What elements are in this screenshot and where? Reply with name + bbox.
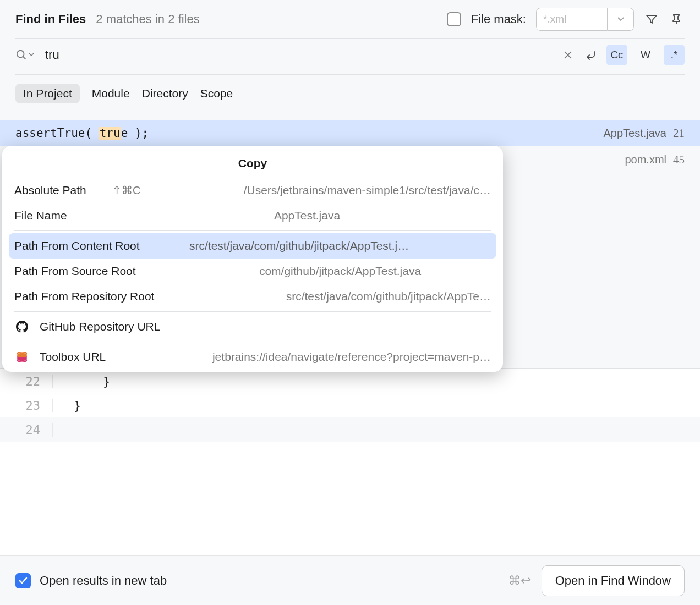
search-icon-button[interactable] [15, 49, 34, 61]
file-mask-label: File mask: [471, 12, 526, 26]
toolbox-icon [14, 351, 30, 363]
match-count: 2 matches in 2 files [96, 12, 199, 26]
pin-button[interactable] [669, 12, 685, 27]
copy-item-github-url[interactable]: GitHub Repository URL [2, 314, 503, 339]
clear-button[interactable] [560, 47, 576, 63]
chevron-down-icon [29, 52, 34, 58]
code-text: } [53, 375, 110, 388]
search-input[interactable]: tru [41, 48, 554, 62]
editor-preview: 22 } 23 } 24 [0, 369, 700, 556]
copy-item-absolute-path[interactable]: Absolute Path ⇧⌘C /Users/jetbrains/maven… [2, 178, 503, 203]
copy-item-value: AppTest.java [123, 209, 491, 222]
copy-item-label: Absolute Path [14, 184, 102, 197]
result-line: 21 [673, 127, 685, 140]
scope-in-project[interactable]: In Project [15, 84, 80, 103]
copy-item-value: src/test/java/com/github/jitpack/AppTest… [189, 239, 491, 252]
copy-item-label: Path From Source Root [14, 265, 168, 278]
check-icon [18, 576, 28, 586]
line-number: 24 [0, 423, 53, 437]
copy-item-label: Toolbox URL [40, 350, 106, 364]
regex-toggle[interactable]: .* [664, 45, 685, 65]
copy-item-label: Path From Content Root [14, 239, 168, 252]
open-in-tab-checkbox[interactable] [15, 573, 31, 588]
separator [14, 342, 491, 342]
copy-item-label: File Name [14, 209, 102, 222]
scope-scope[interactable]: Scope [200, 84, 233, 103]
close-icon [564, 51, 572, 59]
copy-item-shortcut: ⇧⌘C [112, 184, 140, 197]
result-file: pom.xml [625, 153, 666, 166]
filter-icon [645, 13, 658, 26]
copy-item-source-root[interactable]: Path From Source Root com/github/jitpack… [2, 258, 503, 284]
separator [14, 230, 491, 231]
copy-item-repo-root[interactable]: Path From Repository Root src/test/java/… [2, 284, 503, 309]
bottom-actions: ⌘↩ Open in Find Window [508, 565, 685, 596]
open-in-find-window-button[interactable]: Open in Find Window [542, 565, 685, 596]
code-text: } [53, 399, 81, 413]
open-in-tab-label: Open results in new tab [40, 574, 167, 588]
line-number: 23 [0, 399, 53, 413]
svg-point-0 [17, 51, 24, 58]
result-code: assertTrue( true ); [15, 127, 597, 140]
return-icon [584, 48, 598, 62]
file-mask-checkbox[interactable] [447, 12, 461, 26]
chevron-down-icon [617, 15, 625, 23]
copy-item-file-name[interactable]: File Name AppTest.java [2, 203, 503, 228]
filter-button[interactable] [644, 12, 659, 27]
dialog-header: Find in Files 2 matches in 2 files File … [0, 0, 700, 38]
editor-line[interactable]: 24 [0, 417, 700, 442]
result-line: 45 [673, 153, 685, 167]
scope-directory[interactable]: Directory [142, 84, 188, 103]
bottom-bar: Open results in new tab ⌘↩ Open in Find … [0, 556, 700, 605]
whole-word-toggle[interactable]: W [635, 45, 656, 65]
file-mask-input[interactable]: *.xml [536, 8, 608, 31]
copy-item-label: GitHub Repository URL [40, 320, 160, 333]
svg-rect-2 [17, 352, 27, 357]
line-number: 22 [0, 375, 53, 388]
search-row: tru Cc W .* [0, 39, 700, 74]
copy-item-value: com/github/jitpack/AppTest.java [189, 265, 491, 278]
copy-popup-title: Copy [2, 150, 503, 178]
case-sensitive-toggle[interactable]: Cc [606, 45, 627, 65]
pin-icon [670, 13, 683, 26]
result-row[interactable]: assertTrue( true ); AppTest.java 21 [0, 120, 700, 146]
copy-item-content-root[interactable]: Path From Content Root src/test/java/com… [9, 233, 496, 258]
scope-tabs: In Project Module Directory Scope [0, 75, 700, 112]
copy-item-value: /Users/jetbrains/maven-simple1/src/test/… [161, 184, 491, 197]
dialog-title: Find in Files [15, 12, 86, 26]
search-icon [15, 49, 28, 61]
copy-item-toolbox-url[interactable]: Toolbox URL jetbrains://idea/navigate/re… [2, 344, 503, 370]
newline-toggle[interactable] [583, 47, 599, 63]
github-icon [14, 321, 30, 333]
file-mask-wrapper: *.xml [536, 8, 634, 31]
editor-line[interactable]: 23 } [0, 393, 700, 417]
result-file: AppTest.java [603, 127, 666, 140]
copy-popup: Copy Absolute Path ⇧⌘C /Users/jetbrains/… [2, 146, 503, 372]
search-actions: Cc W .* [560, 45, 685, 65]
shortcut-hint: ⌘↩ [508, 574, 531, 588]
separator [14, 311, 491, 312]
copy-item-value: jetbrains://idea/navigate/reference?proj… [127, 350, 491, 364]
header-controls: File mask: *.xml [447, 8, 685, 31]
scope-module[interactable]: Module [92, 84, 130, 103]
file-mask-dropdown[interactable] [608, 8, 634, 31]
copy-item-label: Path From Repository Root [14, 290, 185, 303]
editor-line[interactable]: 22 } [0, 369, 700, 393]
copy-item-value: src/test/java/com/github/jitpack/AppTe… [206, 290, 491, 303]
